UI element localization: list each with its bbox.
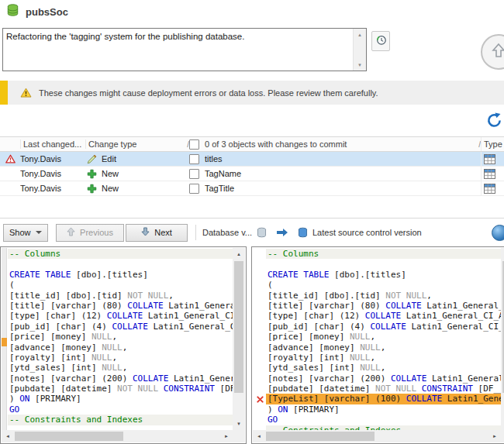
scroll-left-icon[interactable]: ◄ <box>2 430 14 442</box>
code-line: CREATE TABLE [dbo].[titles] <box>8 270 233 280</box>
scrollbar-thumb[interactable] <box>15 432 123 441</box>
source-control-version-label: Latest source control version <box>312 228 422 237</box>
commit-box-scrollbar[interactable]: ▲ ▼ <box>353 29 366 71</box>
code-line: [pub_id] [char] (4) COLLATE Latin1_Gener… <box>8 322 233 332</box>
sort-indicator: / <box>470 140 481 149</box>
scroll-right-icon[interactable]: ► <box>488 430 501 442</box>
commit-button[interactable] <box>481 34 504 70</box>
last-changed-column-header[interactable]: Last changed... <box>20 139 85 149</box>
scrollbar-corner <box>501 430 504 442</box>
code-line: [type] [char] (12) COLLATE Latin1_Genera… <box>254 311 501 321</box>
objects-column-header[interactable]: 0 of 3 objects with changes to commit <box>189 139 470 150</box>
code-line: [royalty] [int] NULL, <box>8 353 233 363</box>
objects-header-label: 0 of 3 objects with changes to commit <box>205 139 347 149</box>
code-line: [royalty] [int] NULL, <box>254 353 501 363</box>
line-gutter <box>254 353 266 363</box>
code-line: -- Constraints and Indexes <box>8 415 233 425</box>
scroll-down-icon[interactable]: ▼ <box>354 59 366 71</box>
diff-toolbar: Show Previous Next Database v... Latest … <box>0 220 504 245</box>
change-marker[interactable] <box>2 338 7 346</box>
commit-message-input[interactable]: Refactoring the 'tagging' system for the… <box>2 28 367 71</box>
scroll-up-icon[interactable]: ▲ <box>501 248 504 260</box>
code-line: GO <box>8 404 233 415</box>
table-row[interactable]: Tony.DavisNewTagName <box>0 167 504 181</box>
row-checkbox[interactable] <box>189 169 199 179</box>
diff-overview-strip[interactable] <box>2 248 7 430</box>
warning-text: These changes might cause deployment err… <box>39 88 378 98</box>
code-line: [pubdate] [datetime] NOT NULL CONSTRAINT… <box>8 384 233 394</box>
sql-code-right[interactable]: -- ColumnsCREATE TABLE [dbo].[titles]([t… <box>254 249 501 430</box>
table-row[interactable]: Tony.DavisNewTagTitle <box>0 181 504 196</box>
scroll-up-icon[interactable]: ▲ <box>233 248 245 260</box>
code-line: -- Columns <box>254 249 501 259</box>
warning-triangle-icon <box>20 88 32 98</box>
grid-rows: Tony.DavisEdittitlesTony.DavisNewTagName… <box>0 152 504 196</box>
change-type-cell: New <box>85 184 178 194</box>
right-arrow-icon <box>276 228 288 237</box>
line-gutter <box>254 332 266 342</box>
scroll-up-icon[interactable]: ▲ <box>354 29 366 40</box>
vertical-scrollbar[interactable]: ▲ ▼ <box>233 248 245 430</box>
table-type-icon <box>481 181 504 195</box>
line-gutter <box>254 322 266 332</box>
code-line: [type] [char] (12) COLLATE Latin1_Genera… <box>8 311 233 321</box>
diff-viewer: -- ColumnsCREATE TABLE [dbo].[titles]([t… <box>0 246 504 444</box>
new-plus-icon <box>87 184 97 194</box>
line-gutter <box>254 249 266 259</box>
scroll-right-icon[interactable]: ► <box>220 430 233 442</box>
table-type-icon <box>481 167 504 181</box>
scrollbar-thumb[interactable] <box>266 432 375 441</box>
table-row[interactable]: Tony.DavisEdittitles <box>0 152 504 167</box>
change-type-label: New <box>102 184 119 193</box>
warning-stripe <box>0 81 8 105</box>
warning-bar: These changes might cause deployment err… <box>0 81 504 105</box>
line-gutter <box>254 311 266 321</box>
code-line: [TypeList] [varchar] (100) COLLATE Latin… <box>254 394 501 404</box>
scroll-left-icon[interactable]: ◄ <box>253 430 265 442</box>
select-all-checkbox[interactable] <box>189 139 199 150</box>
code-line: [ytd_sales] [int] NULL, <box>254 363 501 373</box>
help-sphere-icon[interactable] <box>492 225 504 241</box>
row-checkbox[interactable] <box>189 184 199 194</box>
comment-history-button[interactable] <box>371 31 390 51</box>
refresh-icon <box>486 112 502 131</box>
scroll-down-icon[interactable]: ▼ <box>501 418 504 430</box>
horizontal-scrollbar[interactable]: ◄ ► <box>2 430 233 442</box>
code-line: [title_id] [dbo].[tid] NOT NULL, <box>8 291 233 301</box>
new-plus-icon <box>87 169 97 179</box>
show-dropdown[interactable]: Show <box>3 224 48 242</box>
vertical-scrollbar[interactable]: ▲ ▼ <box>501 248 504 430</box>
line-gutter <box>254 363 266 373</box>
code-line: -- Columns <box>8 249 233 259</box>
database-gray-icon <box>257 227 267 238</box>
line-gutter <box>254 301 266 311</box>
code-line: [title] [varchar] (80) COLLATE Latin1_Ge… <box>254 301 501 311</box>
refresh-button[interactable] <box>485 112 503 131</box>
sql-code-left[interactable]: -- ColumnsCREATE TABLE [dbo].[titles]([t… <box>8 249 233 430</box>
previous-change-button[interactable]: Previous <box>56 224 124 242</box>
code-line: ) ON [PRIMARY] <box>8 394 233 404</box>
code-line: [price] [money] NULL, <box>8 332 233 342</box>
change-type-column-header[interactable]: Change type <box>85 139 178 149</box>
code-line: [title_id] [dbo].[tid] NOT NULL, <box>254 291 501 301</box>
row-checkbox[interactable] <box>189 154 199 164</box>
database-version-pane: -- ColumnsCREATE TABLE [dbo].[titles]([t… <box>0 246 247 444</box>
horizontal-scrollbar[interactable]: ◄ ► <box>253 430 501 442</box>
code-line: [notes] [varchar] (200) COLLATE Latin1_G… <box>8 373 233 384</box>
previous-label: Previous <box>80 228 113 237</box>
scrollbar-thumb[interactable] <box>234 261 243 393</box>
change-type-label: Edit <box>102 154 116 163</box>
grid-header[interactable]: Last changed... Change type / 0 of 3 obj… <box>0 137 504 152</box>
show-label: Show <box>9 228 31 237</box>
code-line: [advance] [money] NULL, <box>254 342 501 353</box>
titlebar: pubsSoc <box>0 0 504 23</box>
scroll-down-icon[interactable]: ▼ <box>233 418 245 430</box>
edit-pencil-icon <box>87 154 97 164</box>
object-name: TagTitle <box>205 184 234 193</box>
code-line <box>8 259 233 269</box>
type-column-header[interactable]: Type <box>481 137 504 151</box>
code-line: [pub_id] [char] (4) COLLATE Latin1_Gener… <box>254 322 501 332</box>
next-change-button[interactable]: Next <box>126 224 188 242</box>
last-changed-cell: Tony.Davis <box>20 184 85 193</box>
line-gutter <box>254 270 266 280</box>
